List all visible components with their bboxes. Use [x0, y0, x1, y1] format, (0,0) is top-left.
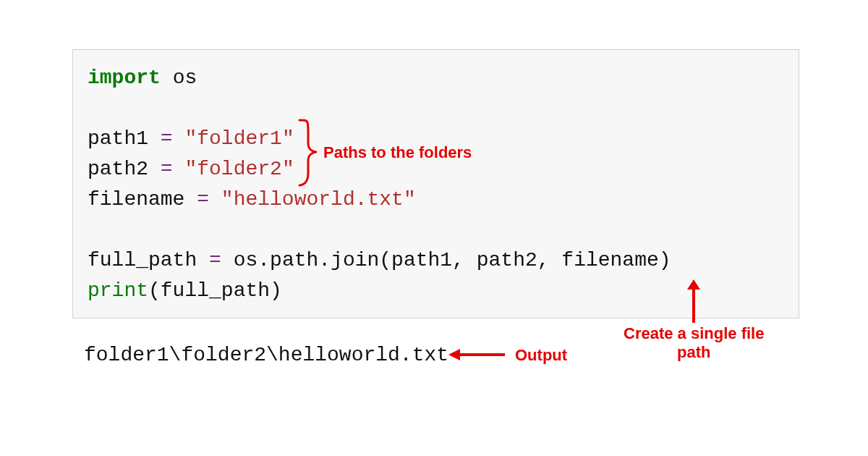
eq-2: =: [161, 158, 173, 180]
code-line-blank-2: [88, 215, 784, 245]
print-args: (full_path): [148, 279, 282, 302]
module-os: os: [173, 67, 197, 89]
str-filename: "helloworld.txt": [221, 188, 416, 211]
arrow-up-icon: [683, 279, 705, 324]
str-folder1: "folder1": [184, 127, 294, 150]
code-line-1: import os: [88, 63, 784, 93]
code-line-5: filename = "helloworld.txt": [88, 185, 784, 215]
arrow-left-icon: [448, 346, 506, 363]
code-block: import os path1 = "folder1" path2 = "fol…: [72, 49, 799, 318]
var-path1: path1: [88, 127, 148, 150]
eq-4: =: [209, 249, 221, 271]
annotation-output: Output: [515, 346, 567, 365]
svg-marker-1: [687, 279, 700, 290]
rhs-join: os.path.join(path1, path2, filename): [234, 249, 671, 271]
svg-marker-3: [448, 349, 460, 360]
output-text: folder1\folder2\helloworld.txt: [84, 344, 448, 366]
code-line-7: full_path = os.path.join(path1, path2, f…: [88, 245, 784, 276]
annotation-create: Create a single file path: [624, 324, 764, 362]
var-path2: path2: [88, 158, 148, 180]
code-line-blank-1: [88, 93, 784, 124]
var-fullpath: full_path: [88, 249, 197, 271]
fn-print: print: [88, 279, 148, 302]
code-line-8: print(full_path): [88, 276, 784, 306]
keyword-import: import: [88, 67, 161, 89]
eq-1: =: [161, 127, 173, 150]
str-folder2: "folder2": [184, 158, 294, 180]
eq-3: =: [197, 188, 209, 211]
annotation-paths: Paths to the folders: [323, 143, 472, 162]
var-filename: filename: [88, 188, 184, 211]
brace-paths-icon: [297, 119, 326, 187]
